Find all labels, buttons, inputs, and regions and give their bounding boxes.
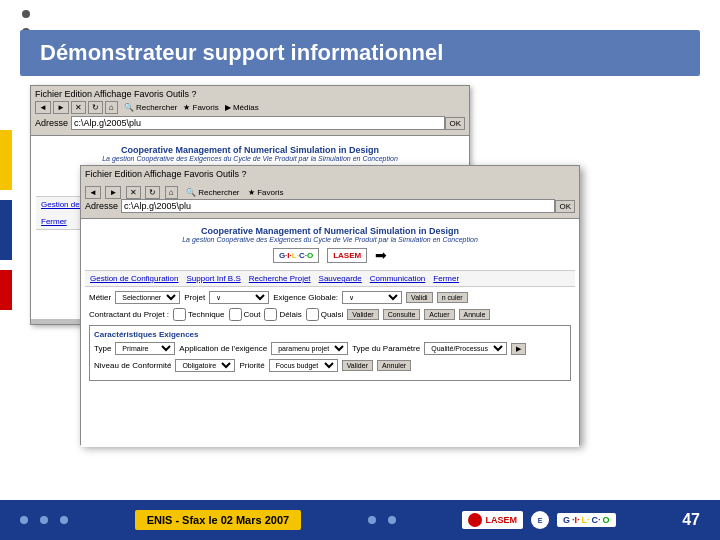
- nav-support-inner[interactable]: Support Inf B.S: [187, 274, 241, 283]
- metier-select[interactable]: Selectionner: [115, 291, 180, 304]
- annuler3-btn[interactable]: Annuler: [377, 360, 411, 371]
- exigence-select[interactable]: ∨: [342, 291, 402, 304]
- toolbar-favs-inner: ★ Favoris: [248, 188, 283, 197]
- menu-bar-outer: Fichier Edition Affichage Favoris Outils…: [35, 89, 465, 99]
- footer-bar: ENIS - Sfax le 02 Mars 2007 LASEM E G ·I…: [0, 500, 720, 540]
- annule-btn[interactable]: Annule: [459, 309, 491, 320]
- browser-content-inner: Cooperative Management of Numerical Simu…: [81, 219, 579, 447]
- footer-dots-right: [368, 516, 396, 524]
- toolbar-search-outer: 🔍 Rechercher: [124, 103, 178, 112]
- actuer-btn[interactable]: Actuer: [424, 309, 454, 320]
- footer-dots-left: [20, 516, 68, 524]
- footer-dot-3: [60, 516, 68, 524]
- app-title-inner: Cooperative Management of Numerical Simu…: [85, 226, 575, 236]
- type-select[interactable]: Primaire: [115, 342, 175, 355]
- right-btn[interactable]: ▶: [511, 343, 526, 355]
- contractant-label: Contractant du Projet :: [89, 310, 169, 319]
- projet-select[interactable]: ∨: [209, 291, 269, 304]
- refresh-btn-inner[interactable]: ↻: [145, 186, 160, 199]
- nav-config-inner[interactable]: Gestion de Configuration: [90, 274, 179, 283]
- delais-checkbox[interactable]: [264, 308, 277, 321]
- go-btn-outer[interactable]: OK: [445, 117, 465, 130]
- address-input-inner[interactable]: [121, 199, 555, 213]
- projet-label: Projet: [184, 293, 205, 302]
- qualsi-check[interactable]: Qualsi: [306, 308, 344, 321]
- application-label: Application de l'exigence: [179, 344, 267, 353]
- footer-dot-2: [40, 516, 48, 524]
- nav-fermer-outer[interactable]: Fermer: [41, 217, 67, 226]
- valider2-btn[interactable]: Valider: [347, 309, 378, 320]
- slide-title: Démonstrateur support informationnel: [40, 40, 680, 66]
- arrow-icon-inner: ➡: [375, 247, 387, 263]
- metier-label: Métier: [89, 293, 111, 302]
- forward-btn-outer[interactable]: ►: [53, 101, 69, 114]
- nav-communication-inner[interactable]: Communication: [370, 274, 426, 283]
- home-btn-outer[interactable]: ⌂: [105, 101, 118, 114]
- footer-dot-5: [388, 516, 396, 524]
- address-bar-inner: Adresse OK: [85, 199, 575, 213]
- section-box: Caractéristiques Exigences Type Primaire…: [89, 325, 571, 381]
- home-btn-inner[interactable]: ⌂: [165, 186, 178, 199]
- footer-text: ENIS - Sfax le 02 Mars 2007: [135, 510, 301, 530]
- cout-checkbox[interactable]: [229, 308, 242, 321]
- address-label-inner: Adresse: [85, 201, 118, 211]
- lasem-logo-inner: LASEM: [327, 248, 367, 263]
- toolbar-row-inner: ◄ ► ✕ ↻ ⌂ 🔍 Rechercher ★ Favoris: [85, 181, 575, 199]
- toolbar-favs-outer: ★ Favoris: [183, 103, 218, 112]
- lasem-label: LASEM: [485, 515, 517, 525]
- form-row-niveau: Niveau de Conformité Obligatoire Priorit…: [94, 359, 566, 372]
- form-row-contractant: Contractant du Projet : Technique Cout D…: [89, 308, 571, 321]
- enis-icon: E: [531, 511, 549, 529]
- technique-checkbox[interactable]: [173, 308, 186, 321]
- type-label: Type: [94, 344, 111, 353]
- toolbar-search-inner: 🔍 Rechercher: [186, 188, 240, 197]
- exigence-label: Exigence Globale:: [273, 293, 338, 302]
- nav-recherche-inner[interactable]: Recherche Projet: [249, 274, 311, 283]
- niveau-select[interactable]: Obligatoire: [175, 359, 235, 372]
- page-number: 47: [682, 511, 700, 529]
- address-input-outer[interactable]: [71, 116, 445, 130]
- application-select[interactable]: paramenu projet: [271, 342, 348, 355]
- left-strip-blue: [0, 200, 12, 260]
- form-row-type: Type Primaire Application de l'exigence …: [94, 342, 566, 355]
- gilco-footer-logo: G ·I· L· C· O: [557, 513, 616, 527]
- technique-check[interactable]: Technique: [173, 308, 224, 321]
- gilco-logo-inner: G·I·L·C·O: [273, 248, 319, 263]
- nav-fermer-inner[interactable]: Fermer: [433, 274, 459, 283]
- header-bar: Démonstrateur support informationnel: [20, 30, 700, 76]
- nav-bar-inner[interactable]: Gestion de Configuration Support Inf B.S…: [85, 271, 575, 287]
- valider-btn[interactable]: Validi: [406, 292, 433, 303]
- type-param-label: Type du Paramètre: [352, 344, 420, 353]
- back-btn-inner[interactable]: ◄: [85, 186, 101, 199]
- browser-toolbar-outer: Fichier Edition Affichage Favoris Outils…: [31, 86, 469, 136]
- address-label-outer: Adresse: [35, 118, 68, 128]
- form-row-metier: Métier Selectionner Projet ∨ Exigence Gl…: [89, 291, 571, 304]
- app-subtitle-outer: La gestion Coopérative des Exigences du …: [36, 155, 464, 162]
- valider3-btn[interactable]: Valider: [342, 360, 373, 371]
- footer-logos: LASEM E G ·I· L· C· O: [462, 511, 615, 529]
- type-param-select[interactable]: Qualité/Processus: [424, 342, 507, 355]
- browser-inner: Fichier Edition Affichage Favoris Outils…: [80, 165, 580, 445]
- toolbar-row-outer: ◄ ► ✕ ↻ ⌂ 🔍 Rechercher ★ Favoris ▶ Média…: [35, 101, 465, 114]
- app-header-inner: Cooperative Management of Numerical Simu…: [85, 223, 575, 271]
- footer-dot-4: [368, 516, 376, 524]
- refresh-btn-outer[interactable]: ↻: [88, 101, 103, 114]
- stop-btn-inner[interactable]: ✕: [126, 186, 141, 199]
- back-btn-outer[interactable]: ◄: [35, 101, 51, 114]
- address-bar-outer: Adresse OK: [35, 116, 465, 130]
- bullet-dot-1: [22, 10, 30, 18]
- delais-check[interactable]: Délais: [264, 308, 301, 321]
- priorite-select[interactable]: Focus budget: [269, 359, 338, 372]
- qualsi-checkbox[interactable]: [306, 308, 319, 321]
- annuler-btn[interactable]: n culer: [437, 292, 468, 303]
- browser-toolbar-inner: Fichier Edition Affichage Favoris Outils…: [81, 166, 579, 219]
- toolbar-media-outer: ▶ Médias: [225, 103, 259, 112]
- consulte-btn[interactable]: Consulte: [383, 309, 421, 320]
- go-btn-inner[interactable]: OK: [555, 200, 575, 213]
- cout-check[interactable]: Cout: [229, 308, 261, 321]
- app-title-outer: Cooperative Management of Numerical Simu…: [36, 145, 464, 155]
- nav-sauvegarde-inner[interactable]: Sauvegarde: [319, 274, 362, 283]
- priorite-label: Priorité: [239, 361, 264, 370]
- stop-btn-outer[interactable]: ✕: [71, 101, 86, 114]
- forward-btn-inner[interactable]: ►: [105, 186, 121, 199]
